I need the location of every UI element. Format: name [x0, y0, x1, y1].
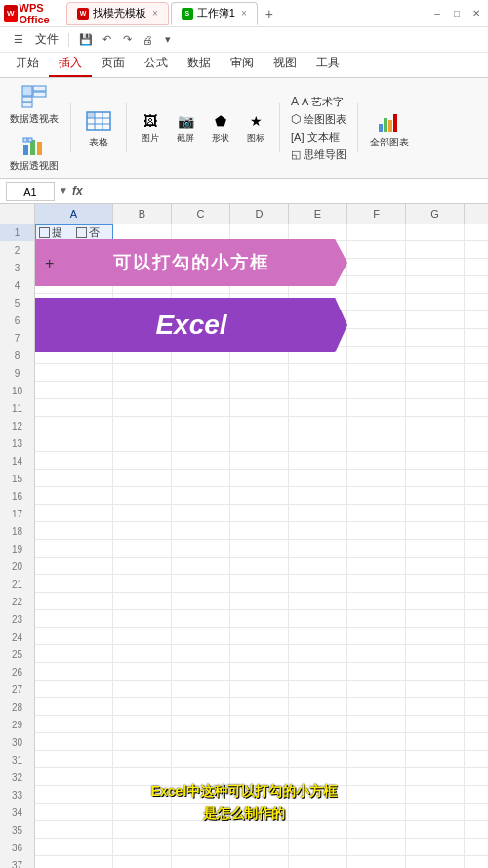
cell-G21[interactable]	[406, 575, 465, 593]
image-button[interactable]: 🖼 图片	[135, 109, 166, 146]
cell-a23[interactable]	[35, 610, 113, 628]
print-icon[interactable]: 🖨	[139, 31, 156, 49]
cell-C31[interactable]	[172, 751, 230, 768]
cell-F19[interactable]	[347, 540, 406, 558]
cell-G17[interactable]	[406, 505, 465, 522]
cell-D15[interactable]	[230, 470, 289, 487]
cell-G32[interactable]	[406, 768, 465, 786]
cell-B29[interactable]	[113, 716, 172, 733]
cell-D19[interactable]	[230, 540, 289, 558]
cell-C25[interactable]	[172, 645, 230, 663]
cell-a9[interactable]	[35, 364, 113, 382]
cell-C36[interactable]	[172, 839, 230, 856]
cell-F21[interactable]	[347, 575, 406, 593]
cell-C37[interactable]	[172, 856, 230, 868]
row-header-23[interactable]: 23	[0, 610, 35, 628]
row-header-13[interactable]: 13	[0, 434, 35, 452]
cell-D36[interactable]	[230, 839, 289, 856]
cell-F3[interactable]	[347, 259, 406, 276]
cell-a12[interactable]	[35, 417, 113, 434]
cell-B28[interactable]	[113, 698, 172, 716]
row-header-30[interactable]: 30	[0, 733, 35, 751]
cell-F24[interactable]	[347, 628, 406, 645]
cell-E28[interactable]	[289, 698, 347, 716]
all-charts-button[interactable]: 全部图表	[366, 105, 413, 150]
row-header-28[interactable]: 28	[0, 698, 35, 716]
cell-B24[interactable]	[113, 628, 172, 645]
cell-E27[interactable]	[289, 681, 347, 698]
tab-template-close[interactable]: ×	[152, 8, 158, 19]
cell-F27[interactable]	[347, 681, 406, 698]
cell-H22[interactable]	[465, 593, 488, 610]
tab-review[interactable]: 审阅	[221, 51, 264, 77]
cell-D22[interactable]	[230, 593, 289, 610]
cell-E37[interactable]	[289, 856, 347, 868]
cell-C21[interactable]	[172, 575, 230, 593]
cell-F15[interactable]	[347, 470, 406, 487]
cell-a5[interactable]	[35, 294, 113, 311]
cell-B5[interactable]	[113, 294, 172, 311]
tab-tools[interactable]: 工具	[306, 51, 349, 77]
cell-C13[interactable]	[172, 434, 230, 452]
cell-D5[interactable]	[230, 294, 289, 311]
cell-C22[interactable]	[172, 593, 230, 610]
cell-B10[interactable]	[113, 382, 172, 399]
cell-H35[interactable]	[465, 821, 488, 839]
cell-B7[interactable]	[113, 329, 172, 347]
cell-G35[interactable]	[406, 821, 465, 839]
cell-D37[interactable]	[230, 856, 289, 868]
tab-workbook[interactable]: S 工作簿1 ×	[171, 2, 258, 25]
cell-E31[interactable]	[289, 751, 347, 768]
cell-G2[interactable]	[406, 241, 465, 259]
cell-a28[interactable]	[35, 698, 113, 716]
row-header-26[interactable]: 26	[0, 663, 35, 681]
cell-G26[interactable]	[406, 663, 465, 681]
cell-C15[interactable]	[172, 470, 230, 487]
cell-D24[interactable]	[230, 628, 289, 645]
cell-E22[interactable]	[289, 593, 347, 610]
cell-E34[interactable]	[289, 804, 347, 821]
col-header-d[interactable]: D	[230, 204, 289, 224]
cell-D7[interactable]	[230, 329, 289, 347]
cell-a3[interactable]	[35, 259, 113, 276]
cell-C33[interactable]	[172, 786, 230, 804]
cell-a18[interactable]	[35, 522, 113, 540]
cell-B23[interactable]	[113, 610, 172, 628]
cell-B13[interactable]	[113, 434, 172, 452]
row-header-8[interactable]: 8	[0, 347, 35, 364]
cell-B21[interactable]	[113, 575, 172, 593]
cell-B37[interactable]	[113, 856, 172, 868]
cell-F2[interactable]	[347, 241, 406, 259]
cell-H14[interactable]	[465, 452, 488, 470]
shape-button[interactable]: ⬟ 形状	[205, 109, 236, 146]
cell-a35[interactable]	[35, 821, 113, 839]
cell-D3[interactable]	[230, 259, 289, 276]
cell-H16[interactable]	[465, 487, 488, 505]
cell-G37[interactable]	[406, 856, 465, 868]
table-button[interactable]: 表格	[81, 105, 116, 150]
row-header-34[interactable]: 34	[0, 804, 35, 821]
cell-H9[interactable]	[465, 364, 488, 382]
cell-H30[interactable]	[465, 733, 488, 751]
cell-D13[interactable]	[230, 434, 289, 452]
cell-E23[interactable]	[289, 610, 347, 628]
cell-G15[interactable]	[406, 470, 465, 487]
cell-B20[interactable]	[113, 558, 172, 575]
cell-H27[interactable]	[465, 681, 488, 698]
icon-button[interactable]: ★ 图标	[240, 109, 271, 146]
cell-F28[interactable]	[347, 698, 406, 716]
cell-E6[interactable]	[289, 311, 347, 329]
cell-G12[interactable]	[406, 417, 465, 434]
cell-E20[interactable]	[289, 558, 347, 575]
cell-H20[interactable]	[465, 558, 488, 575]
cell-G11[interactable]	[406, 399, 465, 417]
cell-C12[interactable]	[172, 417, 230, 434]
cell-D34[interactable]	[230, 804, 289, 821]
col-header-c[interactable]: C	[172, 204, 230, 224]
cell-E14[interactable]	[289, 452, 347, 470]
cell-C26[interactable]	[172, 663, 230, 681]
cell-F25[interactable]	[347, 645, 406, 663]
row-header-12[interactable]: 12	[0, 417, 35, 434]
cell-a13[interactable]	[35, 434, 113, 452]
cell-H1[interactable]	[465, 224, 488, 241]
